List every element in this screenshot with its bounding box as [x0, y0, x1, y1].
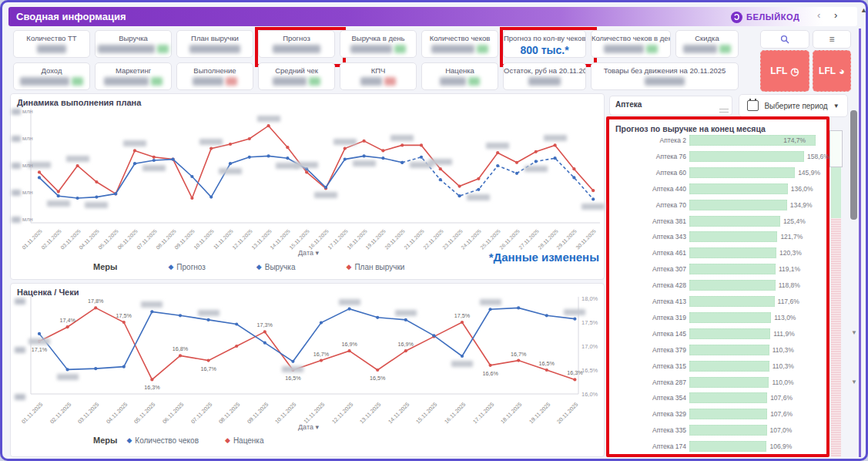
bar[interactable]	[689, 167, 795, 178]
bar[interactable]	[689, 441, 766, 452]
legend-item-vyruchka[interactable]: ◆Выручка	[256, 263, 296, 271]
markup-data-label: 16,7%	[511, 351, 526, 358]
kpi-value-blurred	[14, 45, 89, 53]
markup-data-label: 16,9%	[398, 341, 414, 348]
kpi-label: Количество чеков в день	[592, 34, 670, 42]
lfl-clock-button[interactable]: LFL ◷	[760, 50, 809, 92]
scroll-down-icon[interactable]: ▼	[851, 379, 857, 385]
bar[interactable]	[689, 392, 767, 403]
nav-forward-icon[interactable]: ›	[834, 8, 837, 22]
bar-row-label: Аптека 354	[623, 394, 686, 402]
kpi-card[interactable]: Количество чеков	[421, 30, 498, 58]
bar[interactable]	[689, 183, 788, 194]
blurred-data-label	[314, 192, 337, 198]
bar[interactable]	[689, 200, 787, 210]
bar-value: 113,0%	[774, 314, 796, 321]
legend-item-checks[interactable]: ◆Количество чеков	[126, 436, 199, 445]
bar[interactable]	[689, 231, 777, 242]
kpi-card[interactable]: Количество чеков в день	[591, 30, 671, 58]
blurred-data-label	[353, 160, 376, 167]
markup-data-label: 17,5%	[454, 312, 470, 319]
bar[interactable]	[689, 312, 771, 323]
menu-button[interactable]: ≡	[813, 30, 851, 49]
blurred-data-label	[564, 309, 585, 315]
bar[interactable]	[689, 409, 767, 419]
bar[interactable]	[689, 377, 769, 388]
scroll-down-icon[interactable]: ▼	[851, 329, 857, 336]
kpi-card[interactable]: Количество ТТ	[13, 30, 90, 58]
legend-item-plan[interactable]: ◆План выручки	[346, 263, 404, 271]
blurred-data-label	[282, 366, 303, 372]
search-button[interactable]	[760, 30, 809, 49]
bar-row-label: Аптека 381	[623, 217, 686, 225]
bar-row-label: Аптека 70	[623, 201, 686, 209]
brand-text: БЕЛЫЙКОД	[746, 12, 799, 22]
blurred-data-label	[28, 338, 50, 345]
kpi-label: КПЧ	[340, 66, 416, 75]
kpi-card[interactable]: Скидка	[675, 30, 739, 58]
kpi-card[interactable]: Выручка в день	[340, 30, 417, 58]
bar-value: 119,1%	[779, 265, 800, 273]
title-bar: Сводная информация	[8, 7, 857, 26]
lfl-pie-button[interactable]: LFL ◕	[813, 50, 851, 92]
period-label: Выберите период	[764, 102, 827, 110]
kpi-card[interactable]: КПЧ	[340, 62, 417, 90]
bar-value: 158,6%	[807, 153, 829, 160]
blurred-data-label	[544, 135, 567, 141]
blurred-data-label	[581, 204, 605, 210]
kpi-label: Средний чек	[259, 66, 334, 75]
kpi-card[interactable]: Доход	[13, 62, 90, 90]
pharmacy-filter-listbox[interactable]: Аптека	[609, 96, 732, 116]
kpi-card[interactable]: Товары без движения на 20.11.2025	[591, 62, 739, 90]
bar-value: 125,4%	[783, 217, 806, 225]
markup-data-label: 17,1%	[32, 346, 47, 353]
bar[interactable]	[689, 361, 769, 372]
bar[interactable]	[689, 151, 804, 162]
bar-row-label: Аптека 343	[623, 233, 686, 241]
bar-chart-minimap[interactable]	[831, 130, 841, 457]
bar[interactable]	[689, 264, 776, 274]
kpi-label: Доход	[14, 66, 89, 75]
kpi-card[interactable]: Средний чек	[258, 62, 335, 90]
legend-item-markup[interactable]: ◆Наценка	[225, 436, 264, 445]
bar[interactable]	[689, 345, 769, 355]
markup-data-label: 17,5%	[116, 312, 132, 319]
vertical-scrollbar-thumb[interactable]	[850, 110, 857, 220]
bar[interactable]	[689, 425, 767, 436]
clock-icon: ◷	[790, 66, 799, 77]
bar[interactable]	[689, 247, 776, 258]
kpi-card[interactable]: Выполнение	[176, 62, 253, 90]
kpi-value-blurred	[340, 77, 416, 86]
kpi-label: Товары без движения на 20.11.2025	[592, 66, 738, 75]
nav-back-icon[interactable]: ‹	[817, 8, 820, 22]
markup-data-label: 16,3%	[144, 384, 159, 391]
kpi-card[interactable]: План выручки	[176, 30, 253, 58]
scroll-up-icon[interactable]: ▲	[860, 6, 867, 14]
bar[interactable]	[689, 280, 776, 291]
period-select-button[interactable]: Выберите период ▼	[739, 94, 848, 117]
bar[interactable]	[689, 216, 780, 227]
kpi-card[interactable]: Прогноз	[258, 30, 335, 58]
kpi-card[interactable]: Остаток, руб на 20.11.2025	[503, 62, 586, 90]
bar-row-label: Аптека 145	[623, 330, 686, 338]
kpi-card[interactable]: Выручка	[95, 30, 172, 58]
bar-row-label: Аптека 307	[623, 265, 686, 273]
kpi-value-blurred	[340, 45, 416, 53]
lfl-label: LFL	[770, 66, 787, 76]
kpi-value-blurred	[259, 77, 334, 86]
legend-item-prognoz[interactable]: ◆Прогноз	[168, 263, 205, 271]
chart2-plot[interactable]	[30, 295, 588, 397]
kpi-card[interactable]: Маркетинг	[95, 62, 172, 90]
blurred-data-label	[198, 310, 220, 316]
blurred-data-label	[123, 140, 146, 146]
minimap-viewport-handle[interactable]	[829, 130, 843, 167]
markup-data-label: 16,3%	[567, 369, 582, 376]
blurred-data-label	[524, 166, 548, 172]
bar[interactable]	[689, 296, 775, 307]
chart2-right-tick: 16,0%	[581, 391, 598, 398]
kpi-card[interactable]: Наценка	[421, 62, 498, 90]
kpi-card[interactable]: Прогноз по кол-ву чеков800 тыс.*	[503, 30, 586, 58]
bar-row-label: Аптека 174	[623, 442, 686, 450]
bar[interactable]	[689, 328, 770, 339]
blurred-data-label	[480, 299, 501, 305]
